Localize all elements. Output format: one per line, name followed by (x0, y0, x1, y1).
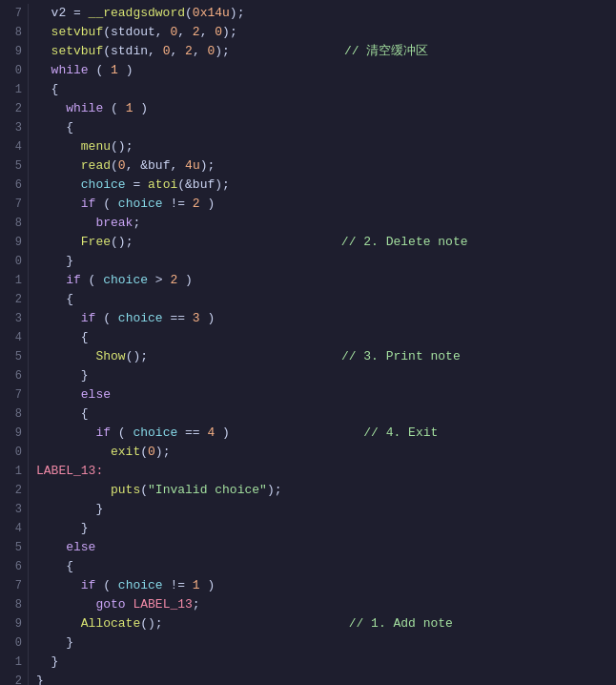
code-line-28: { (36, 405, 616, 424)
token: read (81, 156, 111, 176)
token: 2 (193, 23, 200, 42)
token (36, 137, 81, 156)
line-num-28: 8 (6, 405, 22, 424)
code-line-16: choice = atoi(&buf); (36, 176, 616, 195)
code-line-35: else (36, 538, 616, 557)
code-line-12: while ( 1 ) (36, 99, 616, 118)
token: { (36, 80, 58, 99)
code-line-18: break; (36, 214, 616, 233)
code-line-39: Allocate(); // 1. Add note (36, 614, 616, 633)
code-line-22: { (36, 290, 616, 309)
token: 0 (207, 42, 215, 61)
token: menu (81, 137, 111, 156)
line-num-30: 0 (6, 443, 22, 462)
token: 2 (185, 42, 193, 61)
token: { (36, 118, 73, 137)
token: 1 (126, 99, 133, 118)
token: = (126, 176, 148, 195)
token: ( (111, 156, 118, 176)
line-num-18: 8 (6, 214, 22, 233)
code-line-8: setvbuf(stdout, 0, 2, 0); (36, 23, 616, 42)
code-line-33: } (36, 500, 616, 519)
token: != (163, 195, 193, 214)
token: ) (215, 424, 230, 443)
token: ) (133, 99, 148, 118)
token: ( (89, 61, 111, 80)
token: else (36, 538, 95, 557)
line-num-19: 9 (6, 233, 22, 252)
line-num-26: 6 (6, 366, 22, 385)
token: , (177, 23, 193, 42)
token: { (36, 328, 89, 347)
code-line-25: Show(); // 3. Print note (36, 347, 616, 366)
token (36, 443, 111, 462)
token: ( (95, 576, 117, 595)
line-num-34: 4 (6, 519, 22, 538)
line-num-31: 1 (6, 462, 22, 481)
token: 0 (163, 42, 171, 61)
line-num-8: 8 (6, 23, 22, 42)
line-num-7: 7 (6, 4, 22, 23)
token: } (36, 672, 44, 685)
line-num-38: 8 (6, 595, 22, 614)
token: while (36, 61, 89, 80)
code-line-34: } (36, 519, 616, 538)
token: 2 (193, 195, 200, 214)
token: ( (185, 4, 193, 23)
token: } (36, 519, 89, 538)
line-num-12: 2 (6, 99, 22, 118)
code-line-30: exit(0); (36, 443, 616, 462)
line-num-16: 6 (6, 176, 22, 195)
token: ; (133, 214, 140, 233)
token: exit (111, 443, 140, 462)
token: } (36, 500, 103, 519)
token: == (177, 424, 207, 443)
code-line-19: Free(); // 2. Delete note (36, 233, 616, 252)
token: puts (111, 481, 140, 500)
token: v2 = (36, 4, 89, 23)
code-line-40: } (36, 633, 616, 653)
line-num-9: 9 (6, 42, 22, 61)
token: ); (267, 481, 282, 500)
token: ) (200, 576, 216, 595)
token (36, 156, 81, 176)
token: ( (140, 443, 148, 462)
token: { (36, 557, 73, 576)
token: } (36, 653, 58, 672)
token (36, 42, 51, 61)
line-num-35: 5 (6, 538, 22, 557)
token-choice: choice (118, 309, 163, 328)
token: Allocate (81, 614, 140, 633)
token: 0x14u (193, 4, 230, 23)
token: Show (95, 347, 125, 366)
token-string: "Invalid choice" (148, 481, 267, 500)
line-num-29: 9 (6, 424, 22, 443)
token (36, 176, 81, 195)
code-line-9: setvbuf(stdin, 0, 2, 0);// 清空缓冲区 (36, 42, 616, 61)
token: , (200, 23, 216, 42)
token: } (36, 252, 73, 271)
token: if (36, 309, 95, 328)
line-num-36: 6 (6, 557, 22, 576)
token: 0 (170, 23, 177, 42)
token (36, 481, 111, 500)
token: 2 (170, 271, 177, 290)
line-num-39: 9 (6, 614, 22, 633)
token: ) (177, 271, 193, 290)
token (36, 23, 51, 42)
code-line-17: if ( choice != 2 ) (36, 195, 616, 214)
token: 0 (215, 23, 222, 42)
token: 3 (193, 309, 200, 328)
code-line-26: } (36, 366, 616, 385)
token: ); (215, 42, 230, 61)
line-num-32: 2 (6, 481, 22, 500)
code-line-36: { (36, 557, 616, 576)
line-num-22: 2 (6, 290, 22, 309)
line-num-33: 3 (6, 500, 22, 519)
code-line-24: { (36, 328, 616, 347)
line-number-column: 7 8 9 0 1 2 3 4 5 6 7 8 9 0 1 2 3 4 5 6 … (0, 4, 29, 685)
token: ( (111, 424, 133, 443)
line-num-37: 7 (6, 576, 22, 595)
token-choice: choice (133, 424, 177, 443)
token: (); (111, 137, 133, 156)
